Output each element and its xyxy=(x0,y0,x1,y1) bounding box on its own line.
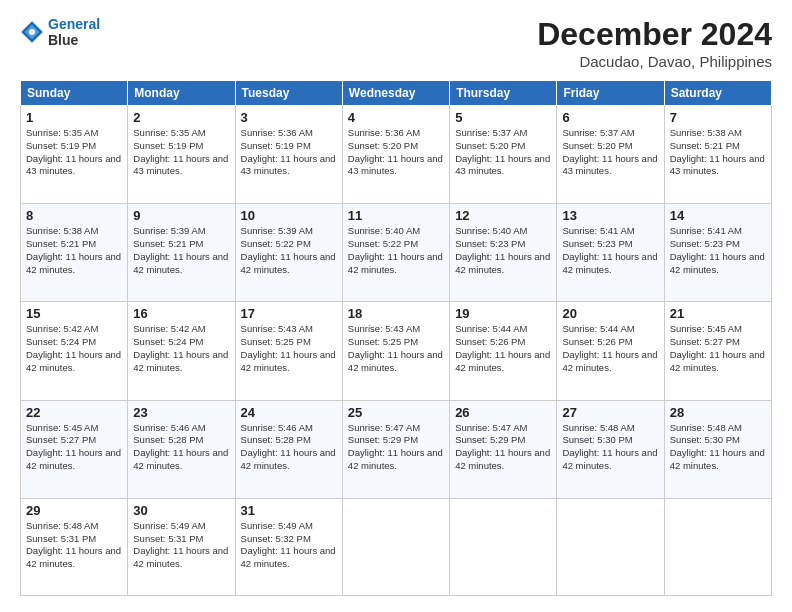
day-number: 5 xyxy=(455,110,551,125)
calendar-header-row: Sunday Monday Tuesday Wednesday Thursday… xyxy=(21,81,772,106)
day-number: 17 xyxy=(241,306,337,321)
day-info: Sunrise: 5:49 AM Sunset: 5:31 PM Dayligh… xyxy=(133,520,229,571)
col-friday: Friday xyxy=(557,81,664,106)
table-row: 5 Sunrise: 5:37 AM Sunset: 5:20 PM Dayli… xyxy=(450,106,557,204)
table-row: 23 Sunrise: 5:46 AM Sunset: 5:28 PM Dayl… xyxy=(128,400,235,498)
day-info: Sunrise: 5:45 AM Sunset: 5:27 PM Dayligh… xyxy=(670,323,766,374)
table-row: 3 Sunrise: 5:36 AM Sunset: 5:19 PM Dayli… xyxy=(235,106,342,204)
table-row: 6 Sunrise: 5:37 AM Sunset: 5:20 PM Dayli… xyxy=(557,106,664,204)
day-number: 12 xyxy=(455,208,551,223)
day-number: 26 xyxy=(455,405,551,420)
day-info: Sunrise: 5:41 AM Sunset: 5:23 PM Dayligh… xyxy=(670,225,766,276)
day-number: 16 xyxy=(133,306,229,321)
svg-point-2 xyxy=(29,29,35,35)
table-row: 8 Sunrise: 5:38 AM Sunset: 5:21 PM Dayli… xyxy=(21,204,128,302)
day-number: 14 xyxy=(670,208,766,223)
table-row: 24 Sunrise: 5:46 AM Sunset: 5:28 PM Dayl… xyxy=(235,400,342,498)
day-number: 23 xyxy=(133,405,229,420)
day-info: Sunrise: 5:40 AM Sunset: 5:22 PM Dayligh… xyxy=(348,225,444,276)
day-number: 27 xyxy=(562,405,658,420)
day-number: 18 xyxy=(348,306,444,321)
day-number: 21 xyxy=(670,306,766,321)
col-saturday: Saturday xyxy=(664,81,771,106)
table-row: 12 Sunrise: 5:40 AM Sunset: 5:23 PM Dayl… xyxy=(450,204,557,302)
table-row: 4 Sunrise: 5:36 AM Sunset: 5:20 PM Dayli… xyxy=(342,106,449,204)
day-info: Sunrise: 5:40 AM Sunset: 5:23 PM Dayligh… xyxy=(455,225,551,276)
table-row: 15 Sunrise: 5:42 AM Sunset: 5:24 PM Dayl… xyxy=(21,302,128,400)
title-area: December 2024 Dacudao, Davao, Philippine… xyxy=(537,16,772,70)
day-number: 28 xyxy=(670,405,766,420)
table-row: 2 Sunrise: 5:35 AM Sunset: 5:19 PM Dayli… xyxy=(128,106,235,204)
subtitle: Dacudao, Davao, Philippines xyxy=(537,53,772,70)
table-row: 25 Sunrise: 5:47 AM Sunset: 5:29 PM Dayl… xyxy=(342,400,449,498)
table-row: 16 Sunrise: 5:42 AM Sunset: 5:24 PM Dayl… xyxy=(128,302,235,400)
day-info: Sunrise: 5:48 AM Sunset: 5:30 PM Dayligh… xyxy=(670,422,766,473)
table-row: 31 Sunrise: 5:49 AM Sunset: 5:32 PM Dayl… xyxy=(235,498,342,595)
table-row: 29 Sunrise: 5:48 AM Sunset: 5:31 PM Dayl… xyxy=(21,498,128,595)
table-row: 14 Sunrise: 5:41 AM Sunset: 5:23 PM Dayl… xyxy=(664,204,771,302)
day-info: Sunrise: 5:46 AM Sunset: 5:28 PM Dayligh… xyxy=(241,422,337,473)
day-info: Sunrise: 5:38 AM Sunset: 5:21 PM Dayligh… xyxy=(670,127,766,178)
day-number: 15 xyxy=(26,306,122,321)
table-row: 10 Sunrise: 5:39 AM Sunset: 5:22 PM Dayl… xyxy=(235,204,342,302)
table-row: 28 Sunrise: 5:48 AM Sunset: 5:30 PM Dayl… xyxy=(664,400,771,498)
day-info: Sunrise: 5:45 AM Sunset: 5:27 PM Dayligh… xyxy=(26,422,122,473)
day-number: 19 xyxy=(455,306,551,321)
header: General Blue December 2024 Dacudao, Dava… xyxy=(20,16,772,70)
day-info: Sunrise: 5:48 AM Sunset: 5:30 PM Dayligh… xyxy=(562,422,658,473)
table-row: 26 Sunrise: 5:47 AM Sunset: 5:29 PM Dayl… xyxy=(450,400,557,498)
day-info: Sunrise: 5:37 AM Sunset: 5:20 PM Dayligh… xyxy=(455,127,551,178)
day-info: Sunrise: 5:35 AM Sunset: 5:19 PM Dayligh… xyxy=(133,127,229,178)
table-row xyxy=(557,498,664,595)
day-number: 31 xyxy=(241,503,337,518)
day-info: Sunrise: 5:47 AM Sunset: 5:29 PM Dayligh… xyxy=(348,422,444,473)
day-number: 20 xyxy=(562,306,658,321)
day-number: 25 xyxy=(348,405,444,420)
day-info: Sunrise: 5:39 AM Sunset: 5:22 PM Dayligh… xyxy=(241,225,337,276)
day-number: 11 xyxy=(348,208,444,223)
table-row: 19 Sunrise: 5:44 AM Sunset: 5:26 PM Dayl… xyxy=(450,302,557,400)
day-number: 13 xyxy=(562,208,658,223)
col-wednesday: Wednesday xyxy=(342,81,449,106)
day-number: 22 xyxy=(26,405,122,420)
day-info: Sunrise: 5:42 AM Sunset: 5:24 PM Dayligh… xyxy=(133,323,229,374)
table-row: 22 Sunrise: 5:45 AM Sunset: 5:27 PM Dayl… xyxy=(21,400,128,498)
day-number: 1 xyxy=(26,110,122,125)
logo-icon xyxy=(20,20,44,44)
table-row xyxy=(664,498,771,595)
main-title: December 2024 xyxy=(537,16,772,53)
day-info: Sunrise: 5:43 AM Sunset: 5:25 PM Dayligh… xyxy=(348,323,444,374)
table-row: 13 Sunrise: 5:41 AM Sunset: 5:23 PM Dayl… xyxy=(557,204,664,302)
day-number: 9 xyxy=(133,208,229,223)
table-row: 11 Sunrise: 5:40 AM Sunset: 5:22 PM Dayl… xyxy=(342,204,449,302)
day-info: Sunrise: 5:43 AM Sunset: 5:25 PM Dayligh… xyxy=(241,323,337,374)
day-info: Sunrise: 5:36 AM Sunset: 5:20 PM Dayligh… xyxy=(348,127,444,178)
day-info: Sunrise: 5:36 AM Sunset: 5:19 PM Dayligh… xyxy=(241,127,337,178)
day-number: 29 xyxy=(26,503,122,518)
day-info: Sunrise: 5:44 AM Sunset: 5:26 PM Dayligh… xyxy=(455,323,551,374)
day-info: Sunrise: 5:47 AM Sunset: 5:29 PM Dayligh… xyxy=(455,422,551,473)
day-number: 6 xyxy=(562,110,658,125)
day-number: 10 xyxy=(241,208,337,223)
table-row xyxy=(342,498,449,595)
col-sunday: Sunday xyxy=(21,81,128,106)
day-info: Sunrise: 5:38 AM Sunset: 5:21 PM Dayligh… xyxy=(26,225,122,276)
day-info: Sunrise: 5:39 AM Sunset: 5:21 PM Dayligh… xyxy=(133,225,229,276)
table-row: 9 Sunrise: 5:39 AM Sunset: 5:21 PM Dayli… xyxy=(128,204,235,302)
table-row: 20 Sunrise: 5:44 AM Sunset: 5:26 PM Dayl… xyxy=(557,302,664,400)
day-info: Sunrise: 5:46 AM Sunset: 5:28 PM Dayligh… xyxy=(133,422,229,473)
day-number: 3 xyxy=(241,110,337,125)
day-number: 30 xyxy=(133,503,229,518)
col-thursday: Thursday xyxy=(450,81,557,106)
day-number: 8 xyxy=(26,208,122,223)
page: General Blue December 2024 Dacudao, Dava… xyxy=(0,0,792,612)
table-row: 17 Sunrise: 5:43 AM Sunset: 5:25 PM Dayl… xyxy=(235,302,342,400)
table-row: 1 Sunrise: 5:35 AM Sunset: 5:19 PM Dayli… xyxy=(21,106,128,204)
day-info: Sunrise: 5:41 AM Sunset: 5:23 PM Dayligh… xyxy=(562,225,658,276)
day-info: Sunrise: 5:44 AM Sunset: 5:26 PM Dayligh… xyxy=(562,323,658,374)
table-row: 18 Sunrise: 5:43 AM Sunset: 5:25 PM Dayl… xyxy=(342,302,449,400)
col-tuesday: Tuesday xyxy=(235,81,342,106)
day-number: 24 xyxy=(241,405,337,420)
day-info: Sunrise: 5:35 AM Sunset: 5:19 PM Dayligh… xyxy=(26,127,122,178)
day-info: Sunrise: 5:37 AM Sunset: 5:20 PM Dayligh… xyxy=(562,127,658,178)
